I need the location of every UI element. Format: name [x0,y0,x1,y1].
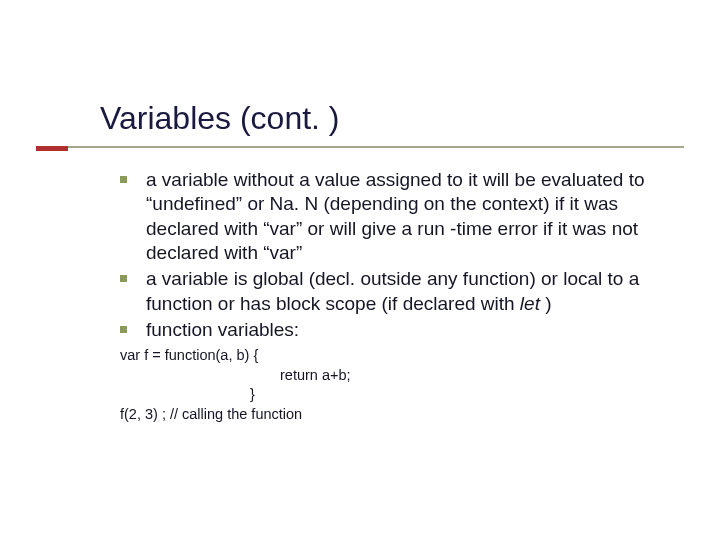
bullet-list: a variable without a value assigned to i… [120,168,670,342]
slide: Variables (cont. ) a variable without a … [0,0,720,540]
code-line: } [120,385,670,405]
title-underline [36,146,684,148]
bullet-item: a variable is global (decl. outside any … [120,267,670,316]
bullet-text: function variables: [146,319,299,340]
bullet-text-post: ) [540,293,552,314]
code-line: return a+b; [120,366,670,386]
bullet-item: a variable without a value assigned to i… [120,168,670,265]
slide-body: a variable without a value assigned to i… [120,168,670,424]
code-block: var f = function(a, b) { return a+b; } f… [120,346,670,424]
code-line: var f = function(a, b) { [120,346,670,366]
slide-title: Variables (cont. ) [100,100,340,137]
bullet-text: a variable without a value assigned to i… [146,169,645,263]
code-line: f(2, 3) ; // calling the function [120,405,670,425]
bullet-text-italic: let [520,293,540,314]
bullet-item: function variables: [120,318,670,342]
bullet-text-pre: a variable is global (decl. outside any … [146,268,639,313]
